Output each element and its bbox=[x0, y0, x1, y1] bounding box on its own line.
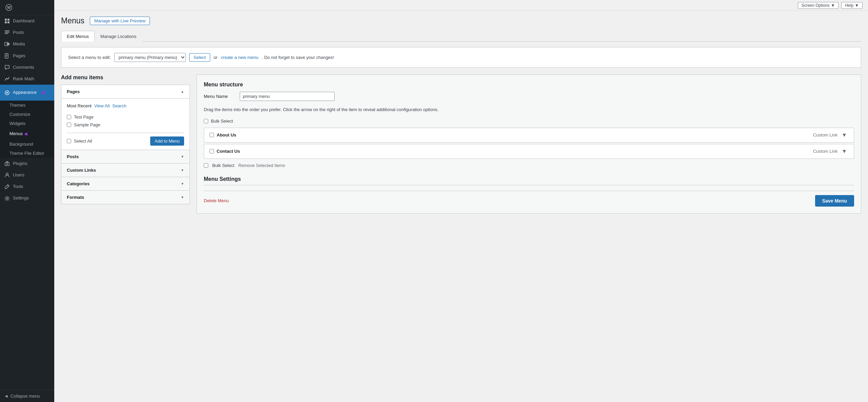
content-area: Menus Manage with Live Preview Edit Menu… bbox=[54, 11, 868, 402]
pages-accordion-title: Pages bbox=[67, 89, 80, 94]
sidebar-item-customize[interactable]: Customize bbox=[0, 110, 54, 119]
create-new-menu-link[interactable]: create a new menu bbox=[221, 55, 258, 60]
media-icon bbox=[4, 41, 10, 47]
collapse-arrow-icon: ◄ bbox=[4, 394, 8, 399]
right-panel: Menu structure Menu Name primary menu Dr… bbox=[197, 75, 861, 214]
sidebar-item-posts[interactable]: Posts bbox=[0, 27, 54, 38]
menu-settings-title: Menu Settings bbox=[204, 176, 854, 185]
add-menu-items-title: Add menu items bbox=[61, 75, 190, 81]
menu-structure-title: Menu structure bbox=[204, 82, 854, 88]
sample-page-label: Sample Page bbox=[74, 122, 100, 127]
help-btn[interactable]: Help ▼ bbox=[841, 2, 863, 9]
sidebar-item-theme-file-editor[interactable]: Theme File Editor bbox=[0, 149, 54, 158]
tab-edit-menus[interactable]: Edit Menus bbox=[61, 31, 95, 42]
sidebar-item-label: Dashboard bbox=[13, 18, 35, 24]
sample-page-checkbox[interactable] bbox=[67, 123, 71, 127]
sidebar-item-menus[interactable]: Menus ◂ bbox=[0, 128, 54, 140]
bulk-select-top-checkbox[interactable] bbox=[204, 119, 208, 123]
contact-us-expand-btn[interactable]: ▼ bbox=[840, 148, 848, 154]
collapse-menu-btn[interactable]: ◄ Collapse menu bbox=[0, 390, 54, 402]
delete-menu-link[interactable]: Delete Menu bbox=[204, 198, 229, 203]
formats-accordion-header[interactable]: Formats ▼ bbox=[61, 191, 190, 204]
sidebar-item-pages[interactable]: Pages bbox=[0, 50, 54, 62]
sidebar-item-settings[interactable]: Settings bbox=[0, 192, 54, 204]
menu-select[interactable]: primary menu (Primary menu) bbox=[114, 53, 186, 62]
sidebar-item-dashboard[interactable]: Dashboard bbox=[0, 15, 54, 27]
customize-label: Customize bbox=[9, 112, 30, 117]
dashboard-icon bbox=[4, 18, 10, 24]
select-menu-btn[interactable]: Select bbox=[189, 53, 210, 62]
menu-item-right: Custom Link ▼ bbox=[813, 132, 848, 138]
sidebar-item-plugins[interactable]: Plugins bbox=[0, 158, 54, 169]
settings-icon bbox=[4, 195, 10, 202]
subtab-search[interactable]: Search bbox=[112, 103, 126, 109]
chevron-up-icon: ▲ bbox=[181, 90, 184, 93]
svg-rect-12 bbox=[6, 55, 7, 55]
appearance-arrow: ◂ bbox=[41, 87, 44, 98]
menus-arrow: ◂ bbox=[24, 130, 27, 137]
svg-rect-14 bbox=[6, 57, 7, 57]
sidebar-item-label: Posts bbox=[13, 29, 24, 36]
sidebar-item-tools[interactable]: Tools bbox=[0, 181, 54, 192]
about-us-checkbox[interactable] bbox=[210, 133, 214, 137]
left-panel: Add menu items Pages ▲ Most Recent Vie bbox=[61, 75, 190, 204]
save-menu-btn[interactable]: Save Menu bbox=[815, 195, 854, 207]
contact-us-checkbox[interactable] bbox=[210, 149, 214, 153]
menu-item-about-us[interactable]: About Us Custom Link ▼ bbox=[204, 128, 854, 143]
theme-file-editor-label: Theme File Editor bbox=[9, 151, 44, 156]
select-all-item: Select All bbox=[67, 137, 92, 145]
two-col-layout: Add menu items Pages ▲ Most Recent Vie bbox=[61, 75, 861, 214]
test-page-label: Test Page bbox=[74, 114, 94, 120]
sidebar-item-themes[interactable]: Themes bbox=[0, 101, 54, 110]
add-to-menu-btn[interactable]: Add to Menu bbox=[150, 136, 184, 146]
tab-manage-locations-label: Manage Locations bbox=[100, 34, 136, 39]
posts-accordion-header[interactable]: Posts ▼ bbox=[61, 150, 190, 164]
sidebar-item-label: Appearance bbox=[13, 89, 37, 96]
svg-rect-19 bbox=[6, 164, 8, 165]
svg-rect-13 bbox=[6, 56, 7, 56]
categories-accordion-title: Categories bbox=[67, 181, 90, 186]
svg-text:W: W bbox=[7, 5, 11, 9]
posts-accordion-title: Posts bbox=[67, 154, 79, 159]
subtab-view-all[interactable]: View All bbox=[94, 103, 110, 109]
menu-item-contact-us[interactable]: Contact Us Custom Link ▼ bbox=[204, 144, 854, 159]
custom-links-accordion-header[interactable]: Custom Links ▼ bbox=[61, 164, 190, 177]
sidebar-item-background[interactable]: Background bbox=[0, 140, 54, 149]
svg-rect-2 bbox=[5, 19, 7, 21]
tabs-bar: Edit Menus Manage Locations bbox=[61, 31, 861, 42]
menu-name-label: Menu Name bbox=[204, 94, 234, 99]
tab-manage-locations[interactable]: Manage Locations bbox=[95, 31, 142, 42]
collapse-menu-label: Collapse menu bbox=[11, 394, 40, 399]
chevron-down-icon: ▼ bbox=[181, 182, 184, 186]
select-all-checkbox[interactable] bbox=[67, 139, 71, 143]
about-us-expand-btn[interactable]: ▼ bbox=[840, 132, 848, 138]
contact-us-type: Custom Link bbox=[813, 149, 837, 154]
test-page-checkbox[interactable] bbox=[67, 115, 71, 119]
select-menu-bar: Select a menu to edit: primary menu (Pri… bbox=[61, 47, 861, 68]
custom-links-accordion-title: Custom Links bbox=[67, 168, 96, 173]
pages-accordion-header[interactable]: Pages ▲ bbox=[61, 85, 190, 99]
sidebar-item-label: Users bbox=[13, 172, 24, 178]
appearance-submenu: Themes Customize Widgets Menus ◂ Backgro… bbox=[0, 101, 54, 158]
svg-rect-5 bbox=[7, 21, 9, 23]
live-preview-btn[interactable]: Manage with Live Preview bbox=[90, 17, 150, 25]
menu-name-input[interactable]: primary menu bbox=[240, 92, 335, 101]
sidebar-item-media[interactable]: Media bbox=[0, 38, 54, 50]
menu-name-row: Menu Name primary menu bbox=[204, 92, 854, 101]
sidebar-item-rank-math[interactable]: Rank Math bbox=[0, 73, 54, 85]
sidebar-item-label: Pages bbox=[13, 53, 25, 59]
sidebar-item-label: Comments bbox=[13, 64, 34, 70]
screen-options-btn[interactable]: Screen Options ▼ bbox=[798, 2, 839, 9]
bulk-select-bottom-checkbox[interactable] bbox=[204, 163, 208, 168]
sidebar-item-comments[interactable]: Comments bbox=[0, 62, 54, 73]
sidebar-item-widgets[interactable]: Widgets bbox=[0, 119, 54, 128]
subtab-most-recent[interactable]: Most Recent bbox=[67, 103, 92, 109]
categories-accordion-header[interactable]: Categories ▼ bbox=[61, 177, 190, 191]
contact-us-name: Contact Us bbox=[217, 149, 240, 154]
sidebar-item-users[interactable]: Users bbox=[0, 169, 54, 181]
bulk-select-bottom: Bulk Select Remove Selected Items bbox=[204, 163, 854, 168]
menu-item-left: Contact Us bbox=[210, 149, 240, 154]
sidebar-logo[interactable]: W bbox=[0, 0, 54, 15]
sidebar-item-appearance[interactable]: Appearance ◂ bbox=[0, 85, 54, 101]
svg-rect-8 bbox=[5, 33, 8, 34]
